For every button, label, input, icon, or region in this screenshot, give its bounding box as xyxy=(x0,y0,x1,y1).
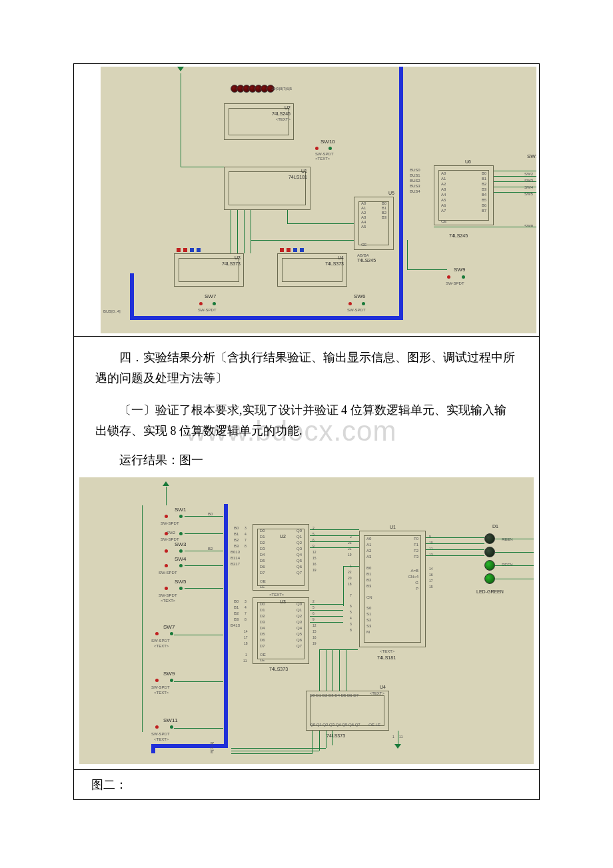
led xyxy=(484,560,495,571)
wire xyxy=(426,549,484,550)
wire xyxy=(426,543,484,544)
wire xyxy=(237,210,238,253)
probe xyxy=(183,248,187,252)
schematic-top: 10|9|8|7|6|5 U2 74LS245 <TEXT> SW10 SW-S… xyxy=(101,67,536,333)
chip-u2: U2 74LS245 <TEXT> xyxy=(224,103,294,140)
switch-sw7: SW7 xyxy=(163,624,175,630)
bus-line xyxy=(399,67,403,320)
switch-sw5: SW5 xyxy=(175,579,186,585)
figure-cell-1: 10|9|8|7|6|5 U2 74LS245 <TEXT> SW10 SW-S… xyxy=(74,64,539,337)
wire xyxy=(434,227,536,227)
wire xyxy=(310,541,359,542)
wire xyxy=(407,269,447,270)
wire xyxy=(174,681,223,682)
wire xyxy=(495,579,534,579)
probe xyxy=(197,248,201,252)
wire xyxy=(339,649,340,691)
switch-sw7: SW7 xyxy=(205,293,216,299)
run-result-label: 运行结果：图一 xyxy=(95,450,518,471)
chip-u6: U6 A0 A1 A2 A3 A4 A5 A6 A7 B0 B1 B2 B3 B… xyxy=(434,165,494,225)
wire xyxy=(495,552,534,553)
chip-u1: U1 A0 A1 A2 A3 B0 B1 B2 B3 CN S0 S1 S2 S… xyxy=(359,531,426,647)
wire xyxy=(185,516,223,517)
switch-sw9: SW9 xyxy=(454,267,465,273)
probe xyxy=(177,248,181,252)
bus-line xyxy=(151,744,155,753)
wire xyxy=(398,731,398,744)
bus-label: BUS1 xyxy=(410,173,420,177)
text-section: www.bdocx.com 四．实验结果分析〔含执行结果验证、输出显示信息、图形… xyxy=(74,337,539,770)
chip-u5: U5 A0 A1 A2 A3 A4 A5 B0 B1 B2 B3 CE 74LS… xyxy=(354,197,394,250)
wire xyxy=(494,171,536,171)
wire xyxy=(346,649,346,691)
probe xyxy=(293,248,297,252)
switch-node xyxy=(213,302,216,305)
wire xyxy=(244,210,245,253)
bus-bottom-label: B[0..3] xyxy=(210,742,214,753)
wire xyxy=(185,533,223,534)
wire xyxy=(251,210,251,253)
switch-sw4: SW4 xyxy=(175,556,186,562)
wire xyxy=(310,529,359,530)
schematic-fig1: SW1 SW-SPDT B0 SW2 SW-SPDT SW3 B2 SW4 SW… xyxy=(79,477,534,764)
wire xyxy=(185,551,223,551)
wire xyxy=(287,223,354,224)
wire xyxy=(426,537,484,538)
wire xyxy=(343,566,359,567)
switch-sw6: SW6 xyxy=(354,293,365,299)
page-frame: 10|9|8|7|6|5 U2 74LS245 <TEXT> SW10 SW-S… xyxy=(73,63,540,800)
bus-label: BUS3 xyxy=(410,184,420,188)
chip-u1: U1 74LS181 xyxy=(224,167,310,210)
led-part: LED-GREEN xyxy=(476,589,504,594)
wire xyxy=(310,622,343,623)
bus-label: BUS4 xyxy=(410,189,420,193)
switch-sw1: SW1 xyxy=(175,507,186,513)
probe xyxy=(300,248,304,252)
power-arrow xyxy=(163,481,169,486)
switch-node xyxy=(348,302,352,305)
wire xyxy=(312,731,313,753)
wire xyxy=(181,73,181,167)
wire xyxy=(310,616,343,617)
wire xyxy=(310,610,343,611)
probe xyxy=(280,248,284,252)
switch-node xyxy=(199,302,203,305)
wire xyxy=(231,753,312,754)
led xyxy=(484,533,495,544)
wire xyxy=(495,565,534,566)
switch-sw1: SW1 xyxy=(527,153,536,159)
wire xyxy=(251,240,364,241)
switch-sw9: SW9 xyxy=(163,671,175,677)
figure-2-caption-cell: 图二： xyxy=(74,770,539,799)
switch-sw11: SW11 xyxy=(163,717,178,723)
wire xyxy=(326,649,326,691)
wire xyxy=(343,566,344,606)
led-pins: 10|9|8|7|6|5 xyxy=(271,87,292,91)
led xyxy=(484,547,495,557)
wire xyxy=(319,649,320,691)
probe xyxy=(190,248,194,252)
wire xyxy=(310,547,359,548)
probe xyxy=(287,248,291,252)
switch-node xyxy=(328,147,332,150)
wire xyxy=(310,535,359,536)
wire xyxy=(174,635,223,635)
bus-line xyxy=(130,316,403,320)
section-4-para1: 〔一〕验证了根本要求,实现了设计并验证 4 位算数逻辑单元、实现输入输出锁存、实… xyxy=(95,400,518,441)
wire xyxy=(326,731,326,748)
wire xyxy=(185,588,223,589)
wire xyxy=(287,210,288,223)
switch-node xyxy=(315,147,318,150)
wire xyxy=(231,751,319,751)
bus-bottom-label: BUS[0..4] xyxy=(103,309,121,313)
wire xyxy=(332,649,333,691)
wire xyxy=(231,748,326,749)
wire xyxy=(231,210,231,253)
chip-u3: U3 74LS373 xyxy=(174,253,244,287)
section-4-heading: 四．实验结果分析〔含执行结果验证、输出显示信息、图形、调试过程中所遇的问题及处理… xyxy=(95,347,518,388)
switch-sw3: SW3 xyxy=(175,541,186,547)
wire xyxy=(310,604,343,605)
wire xyxy=(185,565,223,566)
bus-line xyxy=(130,273,134,320)
switch-sw10: SW10 xyxy=(320,139,335,145)
